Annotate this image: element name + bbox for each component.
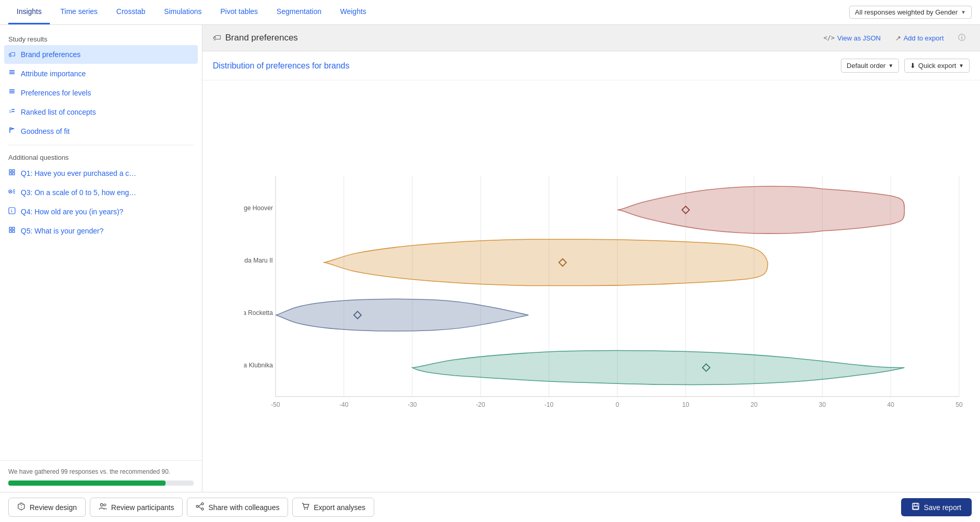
chart-title: Distribution of preferences for brands [213,61,349,71]
svg-rect-23 [12,230,15,232]
list-icon-2 [8,88,16,97]
sidebar-item-label: Q1: Have you ever purchased a c… [21,169,137,177]
sidebar-item-label: Brand preferences [21,50,80,59]
review-participants-button[interactable]: Review participants [90,498,183,517]
save-report-label: Save report [924,503,961,512]
svg-rect-12 [12,173,15,175]
tab-segmentation[interactable]: Segmentation [268,0,330,24]
sidebar-item-ranked-list[interactable]: 1. Ranked list of concepts [0,102,202,121]
sidebar-item-q5[interactable]: Q5: What is your gender? [0,221,202,240]
svg-point-29 [201,508,203,510]
sidebar-item-q3[interactable]: Q3: On a scale of 0 to 5, how eng… [0,183,202,202]
sidebar-item-attribute-importance[interactable]: Attribute importance [0,64,202,83]
brand-label-3: Ladina Klubnika [244,362,273,369]
violin-landrange-hoover [617,186,904,233]
chart-section: Distribution of preferences for brands D… [202,51,980,492]
tab-insights[interactable]: Insights [8,0,50,24]
x-label-2: -30 [407,401,417,408]
info-icon: ⓘ [958,33,965,43]
violin-maruda [323,239,768,285]
x-label-9: 40 [887,401,894,408]
sidebar-item-label: Ranked list of concepts [21,108,96,116]
svg-point-26 [101,504,103,506]
chevron-down-icon-3: ▼ [959,63,964,68]
info-button[interactable]: ⓘ [954,31,970,45]
bottom-toolbar: Review design Review participants Share … [0,492,980,522]
radio-icon [8,188,16,197]
svg-line-31 [198,504,201,507]
list-icon [8,69,16,78]
export-analyses-button[interactable]: Export analyses [292,498,374,517]
weight-select[interactable]: All responses weighted by Gender ▼ [849,6,972,19]
tab-crosstab[interactable]: Crosstab [108,0,154,24]
main-layout: Study results 🏷 Brand preferences Attrib… [0,25,980,492]
sidebar-footer: We have gathered 99 responses vs. the re… [0,460,202,492]
chart-header: Distribution of preferences for brands D… [202,51,980,80]
x-label-3: -20 [476,401,485,408]
number-icon: 1 [8,207,16,216]
x-label-8: 30 [819,401,826,408]
sidebar-item-q4[interactable]: 1 Q4: How old are you (in years)? [0,202,202,221]
chart-controls: Default order ▼ ⬇ Quick export ▼ [841,59,970,73]
cube-icon [17,502,25,512]
svg-rect-22 [9,230,11,232]
x-label-7: 20 [751,401,758,408]
view-json-button[interactable]: </> View as JSON [819,32,884,44]
review-design-button[interactable]: Review design [8,498,86,517]
tab-timeseries[interactable]: Time series [52,0,106,24]
add-to-export-button[interactable]: ↗ Add to export [891,32,948,44]
flag-icon [8,127,16,135]
export-analyses-label: Export analyses [314,503,365,512]
tab-simulations[interactable]: Simulations [156,0,210,24]
svg-point-34 [307,509,308,510]
brand-label-0: Landrange Hoover [244,204,273,212]
svg-rect-36 [914,503,917,506]
panel-title: Brand preferences [225,33,298,43]
x-label-10: 50 [956,401,963,408]
brand-label-1: Maruda Maru II [244,257,273,264]
json-icon: </> [823,34,835,42]
download-icon: ⬇ [910,62,916,70]
additional-questions-title: Additional questions [0,149,202,163]
x-label-4: -10 [545,401,554,408]
quick-export-button[interactable]: ⬇ Quick export ▼ [904,59,970,73]
panel-title-icon: 🏷 [213,33,221,43]
numbered-list-icon: 1. [8,107,16,116]
tab-weights[interactable]: Weights [332,0,374,24]
x-label-0: -50 [271,401,280,408]
share-colleagues-label: Share with colleagues [208,503,279,512]
x-label-5: 0 [616,401,619,408]
export-icon: ↗ [895,34,901,42]
save-report-button[interactable]: Save report [901,498,972,516]
people-icon [99,502,107,512]
sidebar-item-brand-preferences[interactable]: 🏷 Brand preferences [4,45,198,64]
default-order-button[interactable]: Default order ▼ [841,59,899,73]
sidebar-item-label: Preferences for levels [21,89,91,97]
chevron-down-icon-2: ▼ [888,63,893,68]
svg-rect-11 [9,173,11,175]
review-participants-label: Review participants [111,503,174,512]
top-nav: Insights Time series Crosstab Simulation… [0,0,980,25]
save-icon [911,502,920,512]
tab-pivottables[interactable]: Pivot tables [212,0,266,24]
sidebar-item-label: Attribute importance [21,70,86,78]
violin-kea [276,299,528,331]
sidebar-item-preferences-levels[interactable]: Preferences for levels [0,83,202,102]
sidebar: Study results 🏷 Brand preferences Attrib… [0,25,202,492]
svg-rect-21 [12,227,15,229]
sidebar-item-label: Goodness of fit [21,127,70,135]
review-design-label: Review design [30,503,77,512]
sidebar-content: Study results 🏷 Brand preferences Attrib… [0,25,202,460]
sidebar-item-goodness-fit[interactable]: Goodness of fit [0,121,202,141]
sidebar-item-label: Q4: How old are you (in years)? [21,208,124,216]
violin-ladina [412,350,904,384]
study-results-title: Study results [0,31,202,45]
default-order-label: Default order [847,62,886,70]
brand-label-2: Kea Rocketta [244,309,273,317]
sidebar-item-q1[interactable]: Q1: Have you ever purchased a c… [0,163,202,183]
progress-bar-fill [8,480,166,486]
content-area: 🏷 Brand preferences </> View as JSON ↗ A… [202,25,980,492]
panel-actions: </> View as JSON ↗ Add to export ⓘ [819,31,970,45]
share-colleagues-button[interactable]: Share with colleagues [187,498,288,517]
panel-title-row: 🏷 Brand preferences [213,33,298,43]
